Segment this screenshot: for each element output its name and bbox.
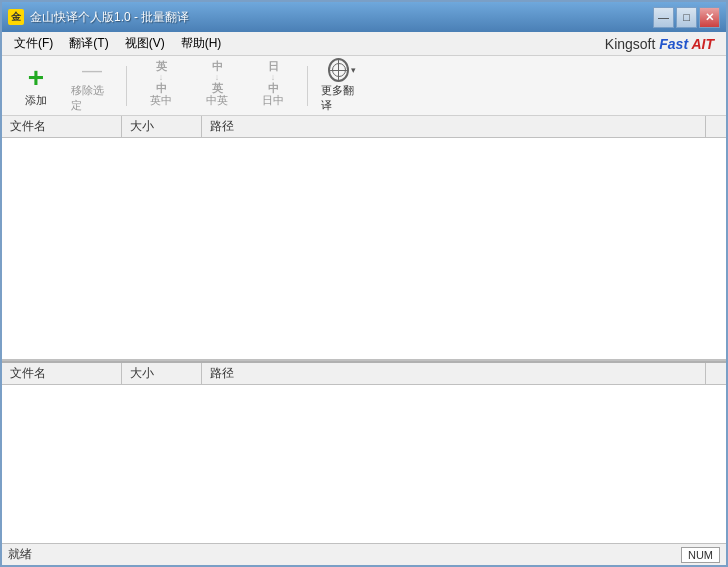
add-button[interactable]: + 添加 [10,60,62,112]
upper-col-extra [706,116,726,137]
lower-col-size: 大小 [122,363,202,384]
maximize-button[interactable]: □ [676,7,697,28]
lower-col-path: 路径 [202,363,706,384]
toolbar: + 添加 — 移除选定 英 ↓ 中 英中 中 ↓ [2,56,726,116]
upper-table-header: 文件名 大小 路径 [2,116,726,138]
menu-file[interactable]: 文件(F) [6,33,61,54]
trans-zh-en-button[interactable]: 中 ↓ 英 中英 [191,60,243,112]
more-trans-icon: ▾ [328,58,356,82]
lower-table-body[interactable] [2,385,726,543]
num-indicator: NUM [681,547,720,563]
logo-ait: AIT [691,36,714,52]
trans-zh-en-icon: 中 ↓ 英 [203,64,231,92]
main-content: 文件名 大小 路径 文件名 大小 路径 就绪 NUM [2,116,726,565]
trans-jp-zh-label: 日中 [262,93,284,108]
lower-table-header: 文件名 大小 路径 [2,363,726,385]
upper-table-section: 文件名 大小 路径 [2,116,726,363]
trans-en-zh-label: 英中 [150,93,172,108]
trans-zh-en-label: 中英 [206,93,228,108]
upper-table-body[interactable] [2,138,726,361]
close-button[interactable]: ✕ [699,7,720,28]
minimize-button[interactable]: — [653,7,674,28]
add-icon: + [22,64,50,92]
upper-col-size: 大小 [122,116,202,137]
lower-col-extra [706,363,726,384]
title-bar: 金 金山快译个人版1.0 - 批量翻译 — □ ✕ [2,2,726,32]
app-logo: Kingsoft Fast AIT [605,36,722,52]
trans-jp-zh-button[interactable]: 日 ↓ 中 日中 [247,60,299,112]
remove-icon: — [78,59,106,82]
remove-button[interactable]: — 移除选定 [66,60,118,112]
remove-label: 移除选定 [71,83,113,113]
upper-col-path: 路径 [202,116,706,137]
more-trans-label: 更多翻译 [321,83,363,113]
dropdown-arrow-icon: ▾ [351,65,356,75]
trans-jp-zh-icon: 日 ↓ 中 [259,64,287,92]
app-icon: 金 [8,9,24,25]
window-controls: — □ ✕ [653,7,720,28]
toolbar-separator-1 [126,66,127,106]
menu-translate[interactable]: 翻译(T) [61,33,116,54]
upper-col-filename: 文件名 [2,116,122,137]
status-text: 就绪 [8,546,32,563]
menu-bar: 文件(F) 翻译(T) 视图(V) 帮助(H) Kingsoft Fast AI… [2,32,726,56]
menu-help[interactable]: 帮助(H) [173,33,230,54]
toolbar-separator-2 [307,66,308,106]
main-window: 金 金山快译个人版1.0 - 批量翻译 — □ ✕ 文件(F) 翻译(T) 视图… [0,0,728,567]
status-bar: 就绪 NUM [2,543,726,565]
menu-view[interactable]: 视图(V) [117,33,173,54]
more-trans-button[interactable]: ▾ 更多翻译 [316,60,368,112]
lower-col-filename: 文件名 [2,363,122,384]
window-title: 金山快译个人版1.0 - 批量翻译 [30,9,653,26]
trans-en-zh-icon: 英 ↓ 中 [147,64,175,92]
logo-kingsoft: Kingsoft [605,36,659,52]
trans-en-zh-button[interactable]: 英 ↓ 中 英中 [135,60,187,112]
lower-table-section: 文件名 大小 路径 [2,363,726,543]
globe-icon [328,58,349,82]
add-label: 添加 [25,93,47,108]
logo-fast: Fast [659,36,691,52]
